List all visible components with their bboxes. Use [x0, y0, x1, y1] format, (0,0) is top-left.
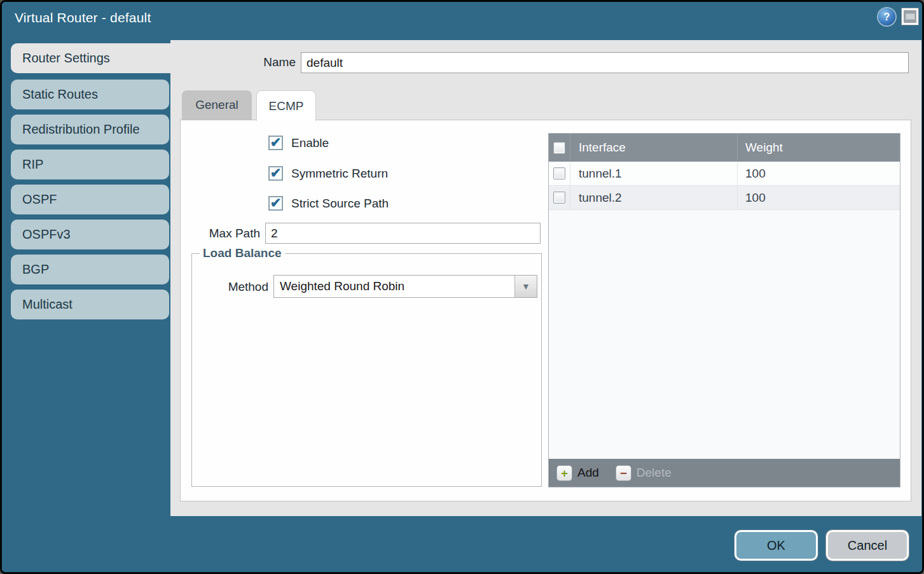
symmetric-return-checkbox[interactable]: ✔	[268, 166, 283, 181]
sidebar-item-ospfv3[interactable]: OSPFv3	[11, 220, 169, 249]
select-all-checkbox[interactable]	[553, 142, 565, 154]
weight-column-header: Weight	[738, 134, 900, 162]
chevron-down-icon[interactable]: ▼	[514, 276, 537, 297]
window-restore-icon[interactable]	[902, 8, 918, 25]
load-balance-legend: Load Balance	[200, 246, 285, 260]
sidebar-item-label: Router Settings	[22, 51, 110, 66]
ok-button-label: OK	[767, 538, 785, 553]
sidebar-item-label: Redistribution Profile	[22, 122, 140, 137]
tab-label: General	[195, 98, 238, 112]
delete-button[interactable]: − Delete	[616, 465, 672, 481]
interface-table: Interface Weight tunnel.1 100 tunnel.2 1…	[548, 133, 900, 487]
delete-button-label: Delete	[637, 466, 672, 480]
row-checkbox-cell	[549, 186, 570, 209]
weight-cell: 100	[738, 162, 900, 185]
sidebar-item-rip[interactable]: RIP	[11, 150, 169, 179]
chevron-down-glyph: ▼	[521, 281, 530, 291]
ok-button[interactable]: OK	[734, 530, 818, 561]
sidebar-item-multicast[interactable]: Multicast	[11, 290, 169, 319]
cancel-button[interactable]: Cancel	[826, 530, 909, 561]
enable-label: Enable	[291, 136, 329, 150]
method-dropdown-value: Weighted Round Robin	[274, 279, 514, 293]
sidebar-item-label: Multicast	[22, 297, 72, 312]
tab-label: ECMP	[269, 99, 304, 113]
checkmark-icon: ✔	[270, 166, 282, 179]
add-button-label: Add	[577, 466, 599, 480]
sidebar-item-bgp[interactable]: BGP	[11, 255, 169, 284]
sidebar-item-ospf[interactable]: OSPF	[11, 185, 169, 214]
interface-cell: tunnel.2	[570, 186, 738, 209]
symmetric-return-checkbox-row: ✔ Symmetric Return	[268, 166, 388, 181]
cancel-button-label: Cancel	[848, 538, 887, 553]
sidebar-item-router-settings[interactable]: Router Settings	[11, 43, 170, 73]
row-checkbox[interactable]	[553, 167, 565, 179]
load-balance-group: Load Balance Method Weighted Round Robin…	[191, 253, 542, 487]
help-icon-glyph: ?	[884, 11, 890, 23]
row-checkbox[interactable]	[553, 192, 565, 204]
tab-general[interactable]: General	[182, 90, 252, 120]
main-panel: Name General ECMP ✔ Enable ✔ Symmetric R…	[170, 40, 921, 516]
window-restore-icon-inner	[906, 13, 915, 20]
method-label: Method	[211, 280, 268, 294]
max-path-input[interactable]	[265, 223, 541, 244]
sidebar-item-redistribution-profile[interactable]: Redistribution Profile	[11, 115, 169, 144]
enable-checkbox[interactable]: ✔	[268, 136, 283, 150]
interface-column-header: Interface	[570, 134, 738, 162]
table-header-row: Interface Weight	[549, 134, 900, 162]
weight-cell: 100	[738, 186, 900, 209]
virtual-router-dialog: Virtual Router - default ? Router Settin…	[0, 0, 924, 574]
table-row[interactable]: tunnel.2 100	[549, 186, 900, 210]
checkmark-icon: ✔	[270, 136, 282, 149]
strict-source-path-checkbox[interactable]: ✔	[268, 196, 283, 211]
tab-ecmp[interactable]: ECMP	[256, 90, 316, 121]
strict-source-path-checkbox-row: ✔ Strict Source Path	[268, 196, 389, 211]
table-toolbar: + Add − Delete	[549, 459, 900, 487]
name-input[interactable]	[301, 52, 909, 73]
enable-checkbox-row: ✔ Enable	[268, 136, 329, 150]
checkmark-icon: ✔	[270, 196, 282, 209]
ecmp-tab-content: ✔ Enable ✔ Symmetric Return ✔ Strict Sou…	[180, 120, 911, 501]
add-button[interactable]: + Add	[556, 465, 599, 481]
interface-cell: tunnel.1	[570, 162, 738, 185]
sidebar-item-label: Static Routes	[22, 87, 98, 102]
max-path-label: Max Path	[193, 227, 260, 241]
help-icon[interactable]: ?	[878, 8, 895, 25]
sidebar-item-label: OSPF	[22, 192, 57, 207]
table-empty-area	[549, 210, 900, 459]
sidebar-item-static-routes[interactable]: Static Routes	[11, 80, 169, 109]
symmetric-return-label: Symmetric Return	[291, 167, 388, 181]
delete-icon: −	[616, 465, 631, 481]
name-label: Name	[209, 55, 296, 69]
strict-source-path-label: Strict Source Path	[291, 197, 389, 211]
header-checkbox-cell	[549, 134, 570, 162]
row-checkbox-cell	[549, 162, 570, 185]
add-icon: +	[556, 465, 572, 481]
sidebar-item-label: RIP	[22, 157, 43, 172]
method-dropdown[interactable]: Weighted Round Robin ▼	[273, 275, 537, 298]
sidebar-item-label: BGP	[22, 262, 49, 277]
table-row[interactable]: tunnel.1 100	[549, 162, 900, 186]
sidebar-item-label: OSPFv3	[22, 227, 71, 242]
dialog-title: Virtual Router - default	[15, 10, 151, 25]
